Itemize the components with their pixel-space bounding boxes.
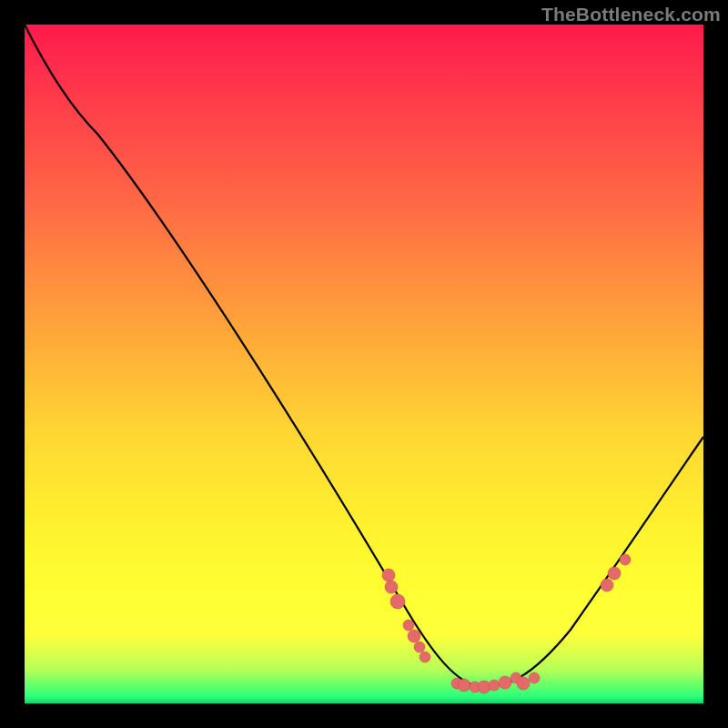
chart-marker	[478, 681, 490, 693]
chart-marker	[620, 554, 631, 565]
chart-marker	[403, 620, 414, 631]
chart-plot-area	[25, 25, 703, 703]
chart-marker	[608, 567, 621, 580]
chart-marker	[601, 579, 613, 592]
chart-svg	[25, 25, 703, 703]
chart-marker	[385, 581, 398, 593]
chart-marker	[408, 630, 420, 642]
chart-marker	[382, 569, 395, 581]
watermark-text: TheBottleneck.com	[541, 4, 721, 25]
chart-marker	[489, 680, 500, 691]
chart-marker	[499, 676, 511, 689]
chart-marker	[420, 652, 430, 662]
chart-marker	[529, 672, 540, 683]
chart-marker	[414, 642, 425, 652]
chart-marker	[517, 677, 530, 690]
chart-marker	[458, 679, 470, 692]
chart-marker	[390, 594, 405, 609]
chart-markers	[382, 554, 631, 693]
